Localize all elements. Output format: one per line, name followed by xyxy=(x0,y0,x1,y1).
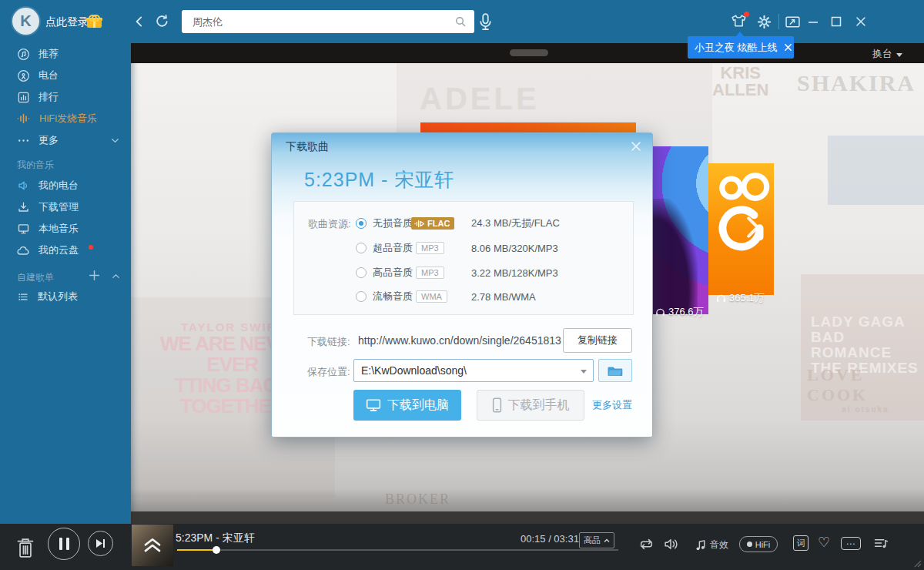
dialog-close-icon[interactable] xyxy=(631,141,641,152)
microphone-icon[interactable] xyxy=(479,13,492,31)
sidebar-item-label: 更多 xyxy=(38,133,59,147)
lyrics-button[interactable]: 词 xyxy=(793,535,808,551)
sound-effect-button[interactable]: 音效 xyxy=(695,538,728,552)
cloud-icon xyxy=(17,245,30,256)
more-settings-link[interactable]: 更多设置 xyxy=(592,398,632,412)
mini-mode-icon[interactable] xyxy=(785,16,800,28)
sidebar-item-label: 默认列表 xyxy=(38,290,78,303)
radio[interactable] xyxy=(356,267,367,278)
album-art[interactable] xyxy=(132,525,173,566)
divider xyxy=(778,14,779,29)
kwai-logo-icon xyxy=(708,169,774,270)
resize-grip[interactable] xyxy=(914,560,922,568)
quality-option-super[interactable]: 超品音质 MP3 8.06 MB/320K/MP3 xyxy=(294,236,633,260)
gift-icon[interactable] xyxy=(87,15,102,28)
notification-dot xyxy=(744,12,749,17)
progress-knob[interactable] xyxy=(213,546,220,554)
download-link-url: http://www.kuwo.cn/down/single/26451813 xyxy=(358,334,561,347)
quality-option-smooth[interactable]: 流畅音质 WMA 2.78 MB/WMA xyxy=(294,285,633,308)
settings-gear-icon[interactable] xyxy=(757,15,772,29)
notification-text: 小丑之夜 炫酷上线 xyxy=(695,41,778,55)
quality-info: 2.78 MB/WMA xyxy=(471,291,536,303)
volume-icon[interactable] xyxy=(664,538,680,551)
sidebar-item-cloud-drive[interactable]: 我的云盘 xyxy=(0,240,131,261)
caret-down-icon[interactable] xyxy=(581,370,587,374)
sidebar-item-label: 推荐 xyxy=(38,47,59,61)
search-input[interactable] xyxy=(191,10,448,35)
copy-link-button[interactable]: 复制链接 xyxy=(563,328,632,353)
download-link-label: 下载链接: xyxy=(307,335,350,349)
section-my-music: 我的音乐 xyxy=(17,159,54,172)
sidebar-item-label: 电台 xyxy=(38,69,59,82)
quality-name: 无损音质 xyxy=(373,216,413,230)
sidebar-item-default-playlist[interactable]: 默认列表 xyxy=(0,286,131,307)
quality-option-high[interactable]: 高品音质 MP3 3.22 MB/128K/MP3 xyxy=(294,261,633,284)
repeat-mode-icon[interactable] xyxy=(638,538,654,551)
maximize-icon[interactable] xyxy=(831,16,842,27)
search-icon[interactable] xyxy=(454,15,467,28)
browse-folder-button[interactable] xyxy=(598,359,632,382)
radio[interactable] xyxy=(356,291,367,302)
download-to-phone-button[interactable]: 下载到手机 xyxy=(477,390,584,421)
save-path-combobox[interactable]: E:\KwDownload\song\ xyxy=(353,359,594,382)
minimize-icon[interactable] xyxy=(808,16,819,27)
quality-badge[interactable]: 高品 xyxy=(579,532,614,548)
music-disc-icon xyxy=(17,48,30,61)
save-location-label: 保存位置: xyxy=(307,365,350,379)
kuwo-logo-icon[interactable]: K xyxy=(12,8,39,35)
quality-info: 3.22 MB/128K/MP3 xyxy=(471,267,558,279)
sidebar-item-recommend[interactable]: 推荐 xyxy=(0,43,131,65)
phone-icon xyxy=(492,397,502,413)
download-to-pc-button[interactable]: 下载到电脑 xyxy=(353,390,461,421)
format-badge: MP3 xyxy=(416,267,444,279)
backdrop-text: LOVE COOK ai otsuka xyxy=(807,365,924,414)
caret-down-icon xyxy=(896,53,902,57)
radio[interactable] xyxy=(356,243,367,253)
login-link[interactable]: 点此登录 xyxy=(45,15,89,29)
channel-switch-button[interactable]: 换台 xyxy=(872,47,902,61)
format-badge: WMA xyxy=(416,290,447,303)
progress-track[interactable] xyxy=(177,549,618,551)
play-queue-icon[interactable] xyxy=(873,537,889,550)
carousel-tile-kwai[interactable] xyxy=(708,163,774,295)
add-playlist-icon[interactable] xyxy=(88,269,101,282)
favorite-heart-icon[interactable]: ♡ xyxy=(818,534,830,551)
download-dialog: 下载歌曲 5:23PM - 宋亚轩 歌曲资源: 无损音质 FLAC 24.3 M… xyxy=(271,132,653,438)
quality-badge-label: 高品 xyxy=(584,535,601,546)
close-icon[interactable] xyxy=(855,16,866,27)
monitor-icon xyxy=(366,398,381,412)
red-dot-badge xyxy=(89,245,93,250)
sidebar-item-my-radio[interactable]: 我的电台 xyxy=(0,175,131,196)
sidebar-item-hifi[interactable]: HiFi发烧音乐 xyxy=(0,108,131,129)
pause-button[interactable] xyxy=(48,528,80,560)
radio-selected[interactable] xyxy=(356,218,367,229)
headphone-icon xyxy=(716,293,726,303)
refresh-icon[interactable] xyxy=(155,14,169,28)
sidebar-item-local-music[interactable]: 本地音乐 xyxy=(0,218,131,240)
sidebar-item-radio[interactable]: 电台 xyxy=(0,65,131,86)
channel-switch-label: 换台 xyxy=(872,47,892,61)
trash-icon[interactable] xyxy=(15,537,35,559)
more-options-button[interactable]: ⋯ xyxy=(841,537,861,550)
sidebar-item-ranking[interactable]: 排行 xyxy=(0,86,131,108)
ellipsis-icon xyxy=(17,134,30,147)
sidebar-item-label: 我的电台 xyxy=(38,179,79,193)
next-icon xyxy=(95,538,105,548)
next-track-button[interactable] xyxy=(88,531,113,556)
expand-chevrons-up-icon xyxy=(142,537,162,554)
notification-close-icon[interactable] xyxy=(784,43,792,52)
carousel-tile-1[interactable] xyxy=(651,146,708,314)
back-icon[interactable] xyxy=(132,15,146,28)
sidebar-item-downloads[interactable]: 下载管理 xyxy=(0,196,131,218)
quality-option-lossless[interactable]: 无损音质 FLAC 24.3 MB/无损/FLAC xyxy=(294,212,633,235)
carousel-next-icon[interactable] xyxy=(745,216,762,239)
flac-eq-icon xyxy=(414,220,425,228)
collapse-chevron-up-icon[interactable] xyxy=(110,270,122,282)
chevron-down-icon[interactable] xyxy=(109,135,121,146)
sidebar-item-more[interactable]: 更多 xyxy=(0,129,131,151)
hifi-toggle[interactable]: HiFi xyxy=(739,536,778,552)
notification-toast[interactable]: 小丑之夜 炫酷上线 xyxy=(688,36,794,59)
drag-handle[interactable] xyxy=(510,49,548,56)
sidebar-item-label: 排行 xyxy=(38,90,59,104)
dialog-title: 下载歌曲 xyxy=(286,140,329,154)
